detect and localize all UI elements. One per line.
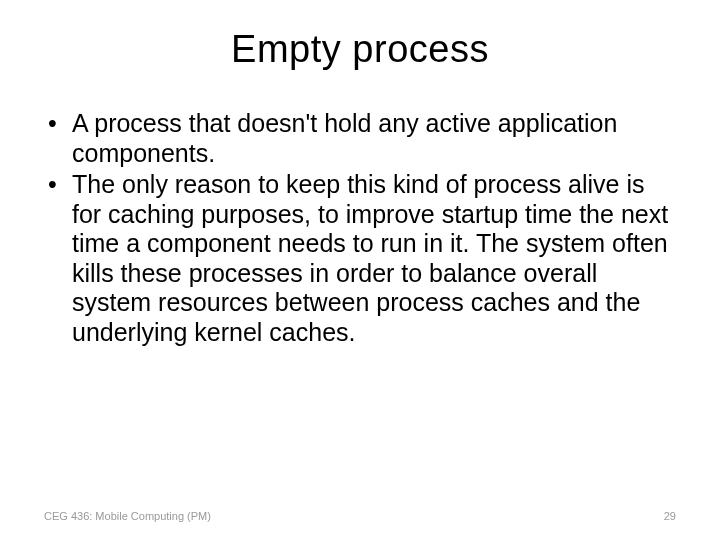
footer-course: CEG 436: Mobile Computing (PM): [44, 510, 211, 522]
slide-title: Empty process: [44, 28, 676, 71]
bullet-text: A process that doesn't hold any active a…: [72, 109, 617, 167]
bullet-item: The only reason to keep this kind of pro…: [44, 170, 676, 347]
footer-page-number: 29: [664, 510, 676, 522]
slide-footer: CEG 436: Mobile Computing (PM) 29: [44, 510, 676, 522]
slide: Empty process A process that doesn't hol…: [0, 0, 720, 540]
bullet-list: A process that doesn't hold any active a…: [44, 109, 676, 347]
bullet-text: The only reason to keep this kind of pro…: [72, 170, 668, 346]
slide-body: A process that doesn't hold any active a…: [44, 109, 676, 347]
bullet-item: A process that doesn't hold any active a…: [44, 109, 676, 168]
